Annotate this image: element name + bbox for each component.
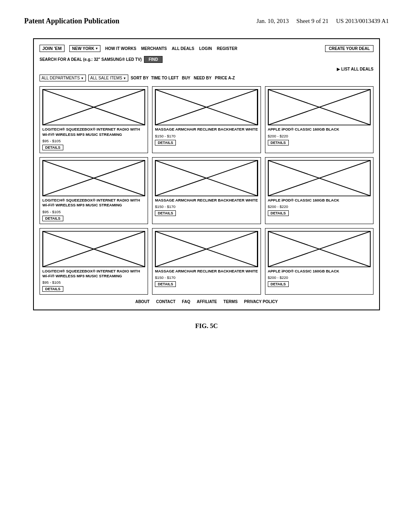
product-card-5: MASSAGE ARMCHAIR RECLINER BACKHEATER WHI… [152, 157, 261, 224]
product-image-8 [155, 231, 258, 267]
product-card-7: LOGITECH® SQUEEZEBOX® INTERNET RADIO WIT… [40, 228, 148, 295]
product-card-6: APPLE iPOD® CLASSIC 160GB BLACK$200 - $2… [265, 157, 373, 224]
details-button-6[interactable]: DETAILS [268, 210, 289, 216]
items-arrow-icon: ▼ [123, 76, 126, 80]
location-dropdown[interactable]: NEW YORK ▼ [69, 45, 100, 52]
search-bar: SEARCH FOR A DEAL (e.g.: 32" SAMSUNG® LE… [40, 56, 373, 63]
details-button-7[interactable]: DETAILS [42, 286, 63, 292]
figure-area: JOIN 'EM NEW YORK ▼ HOW IT WORKS MERCHAN… [0, 30, 413, 318]
location-arrow-icon: ▼ [95, 47, 98, 50]
product-price-9: $200 - $220 [268, 275, 371, 280]
header-left: Patent Application Publication [24, 16, 119, 26]
footer-link-5[interactable]: PRIVACY POLICY [244, 299, 278, 304]
footer-links: ABOUTCONTACTFAQAFFILIATETERMSPRIVACY POL… [40, 299, 373, 304]
create-deal-button[interactable]: CREATE YOUR DEAL [325, 45, 373, 52]
product-image-9 [268, 231, 371, 267]
product-title-4: LOGITECH® SQUEEZEBOX® INTERNET RADIO WIT… [42, 198, 145, 208]
product-image-4 [42, 160, 145, 196]
departments-value: ALL DEPARTMENTS [42, 76, 80, 80]
nav-merchants[interactable]: MERCHANTS [141, 46, 167, 51]
top-nav: JOIN 'EM NEW YORK ▼ HOW IT WORKS MERCHAN… [40, 45, 373, 52]
find-button[interactable]: FIND [144, 56, 162, 63]
products-grid: LOGITECH® SQUEEZEBOX® INTERNET RADIO WIT… [40, 86, 373, 295]
product-image-1 [42, 89, 145, 125]
product-price-1: $95 - $105 [42, 139, 145, 143]
footer-link-0[interactable]: ABOUT [135, 299, 150, 304]
page-header: Patent Application Publication Jan. 10, … [0, 0, 413, 30]
product-image-7 [42, 231, 145, 267]
product-price-6: $200 - $220 [268, 204, 371, 209]
list-deals-row: ▶ LIST ALL DEALS [40, 67, 373, 71]
product-image-6 [268, 160, 371, 196]
nav-register[interactable]: REGISTER [217, 46, 237, 51]
nav-all-deals[interactable]: ALL DEALS [172, 46, 194, 51]
header-right: Jan. 10, 2013 Sheet 9 of 21 US 2013/0013… [257, 16, 389, 26]
location-value: NEW YORK [72, 46, 94, 51]
patent-number: US 2013/0013439 A1 [336, 18, 389, 24]
product-image-5 [155, 160, 258, 196]
product-image-3 [268, 89, 371, 125]
product-price-5: $150 - $170 [155, 204, 258, 209]
details-button-5[interactable]: DETAILS [155, 210, 176, 216]
product-title-5: MASSAGE ARMCHAIR RECLINER BACKHEATER WHI… [155, 198, 258, 203]
product-card-4: LOGITECH® SQUEEZEBOX® INTERNET RADIO WIT… [40, 157, 148, 224]
items-value: ALL SALE ITEMS [90, 76, 122, 80]
product-card-9: APPLE iPOD® CLASSIC 160GB BLACK$200 - $2… [265, 228, 373, 295]
brand-label: JOIN 'EM [40, 45, 65, 52]
product-title-9: APPLE iPOD® CLASSIC 160GB BLACK [268, 269, 371, 274]
ui-mockup: JOIN 'EM NEW YORK ▼ HOW IT WORKS MERCHAN… [33, 38, 380, 310]
footer-link-2[interactable]: FAQ [182, 299, 190, 304]
details-button-1[interactable]: DETAILS [42, 145, 63, 150]
product-title-8: MASSAGE ARMCHAIR RECLINER BACKHEATER WHI… [155, 269, 258, 274]
product-card-2: MASSAGE ARMCHAIR RECLINER BACKHEATER WHI… [152, 86, 261, 153]
product-price-3: $200 - $220 [268, 134, 371, 138]
product-title-7: LOGITECH® SQUEEZEBOX® INTERNET RADIO WIT… [42, 269, 145, 279]
sort-options: TIME TO LEFT BUY NEED BY PRICE A-Z [151, 76, 235, 80]
product-price-2: $150 - $170 [155, 134, 258, 138]
product-price-7: $95 - $105 [42, 280, 145, 285]
product-price-8: $150 - $170 [155, 275, 258, 280]
product-card-1: LOGITECH® SQUEEZEBOX® INTERNET RADIO WIT… [40, 86, 148, 153]
departments-arrow-icon: ▼ [81, 76, 84, 80]
product-price-4: $95 - $105 [42, 210, 145, 214]
footer-link-4[interactable]: TERMS [223, 299, 238, 304]
nav-login[interactable]: LOGIN [199, 46, 212, 51]
details-button-9[interactable]: DETAILS [268, 281, 289, 287]
departments-dropdown[interactable]: ALL DEPARTMENTS ▼ [40, 75, 86, 81]
details-button-2[interactable]: DETAILS [155, 140, 176, 145]
product-title-2: MASSAGE ARMCHAIR RECLINER BACKHEATER WHI… [155, 127, 258, 132]
product-card-8: MASSAGE ARMCHAIR RECLINER BACKHEATER WHI… [152, 228, 261, 295]
product-title-1: LOGITECH® SQUEEZEBOX® INTERNET RADIO WIT… [42, 127, 145, 137]
patent-label: Patent Application Publication [24, 17, 119, 25]
patent-sheet: Sheet 9 of 21 [296, 18, 329, 24]
product-card-3: APPLE iPOD® CLASSIC 160GB BLACK$200 - $2… [265, 86, 373, 153]
product-image-2 [155, 89, 258, 125]
search-label: SEARCH FOR A DEAL (e.g.: 32" SAMSUNG® LE… [40, 57, 142, 62]
product-title-6: APPLE iPOD® CLASSIC 160GB BLACK [268, 198, 371, 203]
nav-how-it-works[interactable]: HOW IT WORKS [105, 46, 136, 51]
footer-link-3[interactable]: AFFILIATE [197, 299, 217, 304]
details-button-8[interactable]: DETAILS [155, 281, 176, 287]
patent-date: Jan. 10, 2013 [257, 18, 289, 24]
list-all-deals-button[interactable]: ▶ LIST ALL DEALS [337, 67, 373, 71]
items-dropdown[interactable]: ALL SALE ITEMS ▼ [88, 75, 128, 81]
figure-label: FIG. 5C [0, 322, 413, 330]
details-button-4[interactable]: DETAILS [42, 216, 63, 221]
product-title-3: APPLE iPOD® CLASSIC 160GB BLACK [268, 127, 371, 132]
filter-row: ALL DEPARTMENTS ▼ ALL SALE ITEMS ▼ SORT … [40, 75, 373, 81]
footer-link-1[interactable]: CONTACT [156, 299, 175, 304]
details-button-3[interactable]: DETAILS [268, 140, 289, 145]
sort-by-label: SORT BY [131, 76, 148, 80]
